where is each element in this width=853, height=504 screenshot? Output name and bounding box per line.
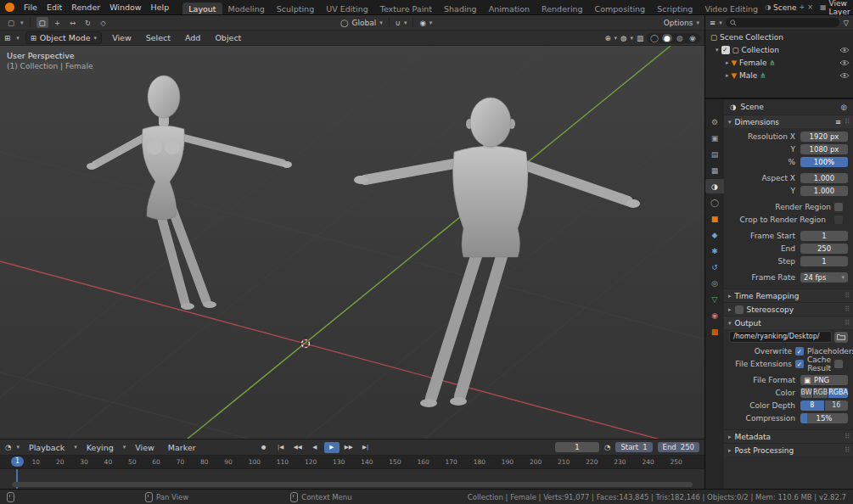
frame-rate-dropdown[interactable]: 24 fps ▾ (800, 272, 848, 283)
jump-to-end-button[interactable]: ▶| (358, 442, 373, 453)
shading-rendered-icon[interactable]: ◉ (687, 34, 698, 42)
outliner-editor-type-icon[interactable]: ≡ (710, 19, 716, 27)
frame-end-prop-field[interactable]: 250 (800, 244, 848, 254)
output-path-field[interactable]: /home/ryanking/Desktop/ (729, 331, 832, 343)
aspect-x-field[interactable]: 1.000 (800, 173, 848, 183)
timeline-scrollbar[interactable] (12, 482, 693, 487)
file-format-dropdown[interactable]: ▣ PNG (800, 375, 848, 385)
shading-material-icon[interactable]: ◍ (675, 34, 685, 42)
stereoscopy-checkbox[interactable] (735, 305, 744, 314)
female-visibility-eye-icon[interactable] (839, 59, 850, 66)
collection-visibility-eye-icon[interactable] (839, 47, 850, 53)
female-expand-icon[interactable]: ▸ (726, 59, 729, 66)
gizmo-chevron-icon[interactable]: ▾ (614, 35, 618, 42)
collection-checkbox[interactable]: ✓ (721, 46, 730, 54)
properties-tab-constraints[interactable]: ◎ (705, 276, 724, 290)
tab-sculpting[interactable]: Sculpting (271, 3, 320, 14)
stereoscopy-collapse-icon[interactable]: ▸ (728, 306, 732, 313)
properties-tab-render[interactable]: ▣ (705, 131, 724, 145)
color-bw-button[interactable]: BW (800, 388, 812, 398)
properties-tab-texture[interactable]: ▩ (705, 324, 724, 339)
frame-start-field[interactable]: Start 1 (615, 442, 652, 452)
tab-shading[interactable]: Shading (438, 3, 483, 14)
section-header-stereoscopy[interactable]: ▸ Stereoscopy ⠿ (724, 302, 853, 316)
blender-logo-icon[interactable] (5, 3, 14, 12)
depth-16-button[interactable]: 16 (825, 400, 849, 411)
timeline-track[interactable] (0, 469, 704, 489)
editor-type-icon[interactable]: ⊞ (4, 34, 10, 42)
mode-dropdown[interactable]: ⊞ Object Mode ▾ (25, 31, 102, 44)
editor-type-chevron-icon[interactable]: ▾ (16, 35, 20, 42)
active-tool-icon[interactable]: ▢ (5, 17, 17, 28)
properties-tab-object[interactable]: ■ (705, 211, 724, 226)
previous-keyframe-button[interactable]: ◀◀ (290, 442, 306, 453)
tab-texture-paint[interactable]: Texture Paint (374, 3, 438, 14)
tool-move-button[interactable]: ↔ (67, 17, 79, 28)
options-chevron-icon[interactable]: ▾ (697, 20, 700, 26)
tab-scripting[interactable]: Scripting (651, 3, 699, 14)
snap-magnet-icon[interactable]: ∪ (396, 19, 401, 27)
viewport-menu-add[interactable]: Add (181, 32, 205, 43)
properties-tab-world[interactable]: ◯ (705, 195, 724, 210)
gizmo-icon[interactable]: ⊕ (604, 34, 610, 42)
snap-dropdown-icon[interactable]: ▾ (404, 20, 407, 26)
compression-slider[interactable]: 15% (800, 413, 848, 423)
render-region-checkbox[interactable] (834, 203, 843, 211)
section-header-time-remapping[interactable]: ▸ Time Remapping ⠿ (724, 288, 853, 302)
depth-8-button[interactable]: 8 (800, 400, 824, 411)
active-tool-dropdown-icon[interactable]: ▾ (20, 20, 24, 26)
timeline-menu-view[interactable]: View (131, 442, 159, 453)
dimensions-collapse-icon[interactable]: ▾ (728, 119, 732, 126)
tool-select-box-button[interactable]: ▢ (36, 17, 48, 28)
transform-orientation-dropdown[interactable]: Global (351, 19, 376, 27)
3d-viewport[interactable]: User Perspective (1) Collection | Female (0, 46, 704, 439)
properties-tab-tool[interactable]: ⚙ (705, 115, 724, 129)
presets-menu-icon[interactable]: ≡ (835, 118, 841, 126)
menu-edit[interactable]: Edit (42, 2, 66, 13)
outliner-search-input[interactable] (726, 18, 840, 27)
drag-grip-icon[interactable]: ⠿ (845, 292, 849, 300)
outliner-editor-chevron-icon[interactable]: ▾ (719, 20, 722, 26)
color-rgba-button[interactable]: RGBA (828, 388, 848, 398)
timeline-menu-marker[interactable]: Marker (164, 442, 200, 453)
proportional-edit-icon[interactable]: ◉ (419, 19, 425, 27)
timeline-menu-keying[interactable]: Keying (82, 442, 118, 453)
next-keyframe-button[interactable]: ▶▶ (341, 442, 356, 453)
scene-selector[interactable]: ◑ Scene + × (765, 3, 813, 12)
resolution-y-field[interactable]: 1080 px (800, 144, 848, 154)
use-preview-range-icon[interactable]: ◔ (604, 443, 610, 451)
properties-tab-object-data[interactable]: ▽ (705, 292, 724, 306)
outliner-row-male[interactable]: ▸ ▼ Male ⋔ (705, 69, 853, 81)
play-reverse-button[interactable]: ◀ (307, 442, 323, 453)
tool-rotate-button[interactable]: ↻ (82, 17, 94, 28)
outliner-row-scene-collection[interactable]: ▢ Scene Collection (705, 31, 853, 43)
shading-solid-icon[interactable]: ● (662, 34, 672, 42)
time-remapping-collapse-icon[interactable]: ▸ (728, 293, 732, 300)
filter-funnel-icon[interactable]: ▽ (843, 19, 849, 27)
aspect-y-field[interactable]: 1.000 (800, 186, 848, 196)
frame-end-field[interactable]: End 250 (658, 442, 699, 452)
collection-expand-icon[interactable]: ▾ (716, 47, 719, 53)
resolution-x-field[interactable]: 1920 px (800, 132, 848, 142)
properties-tab-output[interactable]: ▤ (705, 147, 724, 161)
overlays-icon[interactable]: ◍ (620, 34, 626, 42)
male-model[interactable] (354, 98, 640, 407)
outliner-row-female[interactable]: ▸ ▼ Female ⋔ (705, 56, 853, 69)
section-header-post-processing[interactable]: ▸ Post Processing ⠿ (724, 443, 853, 456)
female-model[interactable] (87, 76, 292, 310)
section-header-output[interactable]: ▾ Output ⠿ (724, 316, 853, 329)
menu-help[interactable]: Help (147, 2, 174, 13)
tab-layout[interactable]: Layout (182, 3, 222, 14)
outliner-row-collection[interactable]: ▾ ✓ ▢ Collection (705, 43, 853, 56)
properties-tab-material[interactable]: ◉ (705, 308, 724, 322)
post-processing-collapse-icon[interactable]: ▸ (728, 447, 732, 454)
timeline-menu-playback[interactable]: Playback (25, 442, 69, 453)
drag-grip-icon[interactable]: ⠿ (845, 118, 849, 126)
properties-tab-view-layer[interactable]: ▦ (705, 163, 724, 177)
jump-to-start-button[interactable]: |◀ (273, 442, 289, 453)
pin-icon[interactable]: ◎ (841, 103, 847, 111)
tab-uv-editing[interactable]: UV Editing (320, 3, 374, 14)
tab-video-editing[interactable]: Video Editing (699, 3, 764, 14)
proportional-dropdown-icon[interactable]: ▾ (429, 20, 433, 26)
view-layer-selector[interactable]: ▦ View Layer + (820, 0, 853, 16)
